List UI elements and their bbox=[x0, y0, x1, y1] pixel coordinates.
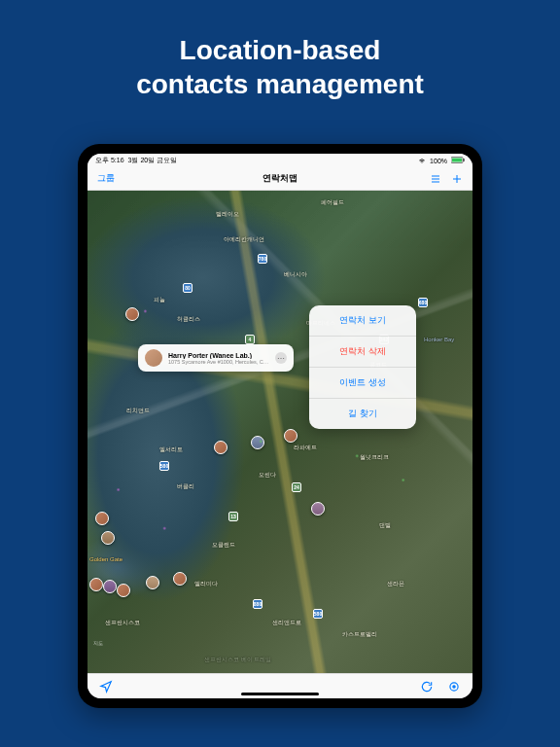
label-sanramon: 샌라몬 bbox=[387, 580, 404, 588]
wifi-icon bbox=[418, 157, 426, 165]
label-elcerrito: 엘서리토 bbox=[159, 445, 183, 454]
contact-pin[interactable] bbox=[284, 429, 298, 443]
shield-sr242: 242 bbox=[379, 335, 389, 344]
contact-pin[interactable] bbox=[214, 441, 228, 454]
label-honkerbay: Honker Bay bbox=[424, 337, 454, 342]
headline-line1: Location-based bbox=[0, 33, 560, 67]
context-menu: 연락처 보기 연락처 삭제 이벤트 생성 길 찾기 bbox=[309, 305, 416, 429]
shield-i80: 80 bbox=[183, 283, 192, 293]
label-castrovalley: 카스트로밸리 bbox=[342, 630, 377, 639]
list-icon[interactable] bbox=[430, 173, 441, 185]
contact-card[interactable]: Harry Porter (Wanee Lab.) 1075 Sycamore … bbox=[138, 344, 294, 372]
label-sanleandro: 샌리앤드로 bbox=[272, 619, 301, 627]
label-danville: 댄빌 bbox=[379, 521, 391, 530]
shield-sr13: 13 bbox=[228, 512, 238, 521]
label-berkeley: 버클리 bbox=[177, 482, 194, 491]
menu-create-event[interactable]: 이벤트 생성 bbox=[309, 368, 416, 399]
ipad-frame: 오후 5:16 3월 20일 금요일 100% 그룹 연락처맵 bbox=[78, 144, 482, 708]
status-date: 3월 20일 금요일 bbox=[128, 156, 178, 165]
label-oakland: 오클랜드 bbox=[212, 541, 235, 550]
shield-i580b: 580 bbox=[313, 609, 323, 619]
nav-back-button[interactable]: 그룹 bbox=[97, 172, 115, 185]
nav-bar: 그룹 연락처맵 bbox=[88, 167, 472, 191]
menu-delete-contact[interactable]: 연락처 삭제 bbox=[309, 337, 416, 368]
nav-title: 연락처맵 bbox=[262, 172, 298, 185]
shield-i780: 780 bbox=[258, 254, 267, 264]
label-fairfield: 페어필드 bbox=[321, 198, 344, 207]
menu-view-contact[interactable]: 연락처 보기 bbox=[309, 305, 416, 337]
plus-icon[interactable] bbox=[451, 173, 463, 185]
label-richmond: 리치먼드 bbox=[126, 407, 150, 415]
label-americancanyon: 아메리칸캐니언 bbox=[224, 235, 264, 244]
label-lafayette: 라파예트 bbox=[294, 444, 317, 452]
avatar bbox=[145, 349, 162, 367]
shield-i880: 880 bbox=[253, 599, 262, 609]
contact-pin[interactable] bbox=[103, 580, 117, 593]
label-hercules: 허큘리스 bbox=[177, 315, 200, 324]
shield-i680: 680 bbox=[418, 298, 428, 307]
label-sfbaytrail: 샌프란시스코 베이 트레일 bbox=[204, 656, 271, 664]
map-view[interactable]: 페어필드 벌레이오 아메리칸캐니언 베니시아 피놀 허큘리스 마르티네스 콩코드… bbox=[88, 191, 472, 673]
contact-name: Harry Porter (Wanee Lab.) bbox=[168, 352, 269, 359]
label-walnutcreek: 월넛크리크 bbox=[360, 453, 389, 462]
contact-pin[interactable] bbox=[95, 512, 109, 525]
label-goldengate: Golden Gate bbox=[89, 556, 122, 562]
screen: 오후 5:16 3월 20일 금요일 100% 그룹 연락처맵 bbox=[88, 154, 472, 698]
more-icon[interactable]: ⋯ bbox=[275, 352, 287, 364]
label-pinole: 피놀 bbox=[154, 296, 165, 304]
contact-pin[interactable] bbox=[146, 576, 159, 589]
status-bar: 오후 5:16 3월 20일 금요일 100% bbox=[88, 154, 472, 167]
home-indicator bbox=[241, 693, 319, 695]
contact-pin[interactable] bbox=[125, 307, 139, 321]
label-benicia: 베니시아 bbox=[284, 270, 307, 279]
settings-icon[interactable] bbox=[447, 680, 461, 694]
shield-i580: 580 bbox=[159, 461, 169, 471]
contact-pin[interactable] bbox=[251, 436, 264, 449]
label-orinda: 오린다 bbox=[259, 471, 276, 480]
label-concord: 콩코드 bbox=[369, 361, 387, 370]
location-arrow-icon[interactable] bbox=[99, 680, 113, 694]
shield-sr4: 4 bbox=[245, 335, 255, 344]
label-vallejo: 벌레이오 bbox=[216, 210, 239, 219]
battery-icon bbox=[451, 157, 465, 164]
status-time: 오후 5:16 bbox=[95, 156, 124, 165]
svg-rect-2 bbox=[464, 159, 465, 161]
contact-pin[interactable] bbox=[89, 578, 103, 591]
contact-pin[interactable] bbox=[173, 572, 187, 586]
headline-line2: contacts management bbox=[0, 67, 560, 101]
shield-sr24: 24 bbox=[292, 482, 301, 492]
contact-pin[interactable] bbox=[311, 502, 325, 516]
contact-address: 1075 Sycamore Ave #1000, Hercules, CA 94… bbox=[168, 359, 269, 365]
label-sf: 샌프란시스코 bbox=[105, 619, 140, 627]
label-alameda: 앨러미다 bbox=[194, 580, 218, 588]
contact-pin[interactable] bbox=[117, 584, 130, 597]
label-martinez: 마르티네스 bbox=[306, 319, 335, 328]
map-attribution: 지도 bbox=[93, 640, 103, 646]
promo-headline: Location-based contacts management bbox=[0, 0, 560, 101]
contact-pin[interactable] bbox=[101, 531, 115, 545]
svg-rect-1 bbox=[452, 159, 462, 162]
battery-percent: 100% bbox=[430, 158, 447, 164]
refresh-icon[interactable] bbox=[420, 680, 434, 694]
menu-directions[interactable]: 길 찾기 bbox=[309, 399, 416, 429]
svg-point-9 bbox=[453, 685, 455, 687]
